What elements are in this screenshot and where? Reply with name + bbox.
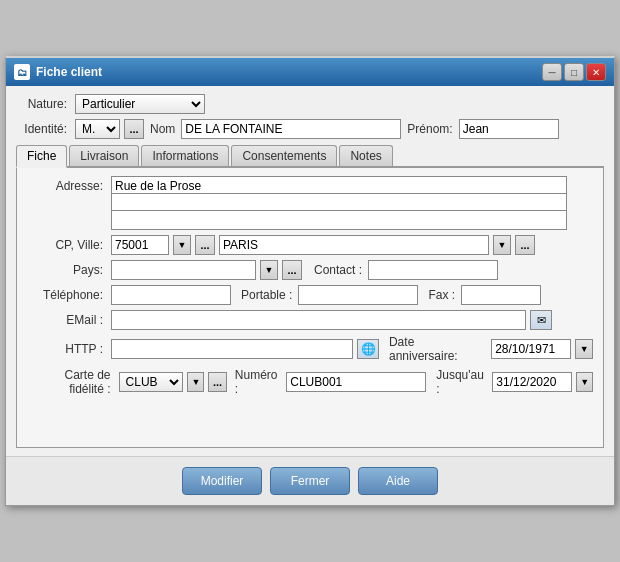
bottom-bar: Modifier Fermer Aide (6, 456, 614, 505)
numero-label: Numéro : (231, 368, 282, 396)
nature-row: Nature: Particulier (16, 94, 604, 114)
globe-icon-button[interactable]: 🌐 (357, 339, 379, 359)
ville-dots-button[interactable]: ... (515, 235, 535, 255)
ville-input[interactable] (219, 235, 489, 255)
maximize-button[interactable]: □ (564, 63, 584, 81)
date-anniversaire-dropdown-button[interactable]: ▼ (575, 339, 593, 359)
carte-fidelite-row: Carte de fidélité : CLUB ▼ ... Numéro : … (27, 368, 593, 396)
prenom-input[interactable] (459, 119, 559, 139)
numero-input[interactable] (286, 372, 426, 392)
date-anniversaire-input[interactable] (491, 339, 571, 359)
portable-label: Portable : (235, 288, 294, 302)
tab-notes[interactable]: Notes (339, 145, 392, 166)
window-icon: 🗂 (14, 64, 30, 80)
carte-fidelite-dropdown-button[interactable]: ▼ (187, 372, 204, 392)
cp-input[interactable] (111, 235, 169, 255)
identity-row: Identité: M. ... Nom Prénom: (16, 119, 604, 139)
main-window: 🗂 Fiche client ─ □ ✕ Nature: Particulier… (5, 56, 615, 506)
tab-consentements[interactable]: Consentements (231, 145, 337, 166)
tab-livraison[interactable]: Livraison (69, 145, 139, 166)
jusquau-label: Jusqu'au : (430, 368, 488, 396)
fax-label: Fax : (422, 288, 457, 302)
pays-label: Pays: (27, 263, 107, 277)
telephone-row: Téléphone: Portable : Fax : (27, 285, 593, 305)
nom-label: Nom (148, 122, 177, 136)
telephone-label: Téléphone: (27, 288, 107, 302)
title-bar-left: 🗂 Fiche client (14, 64, 102, 80)
tab-fiche[interactable]: Fiche (16, 145, 67, 168)
portable-input[interactable] (298, 285, 418, 305)
email-icon-button[interactable]: ✉ (530, 310, 552, 330)
civility-select[interactable]: M. (75, 119, 120, 139)
minimize-button[interactable]: ─ (542, 63, 562, 81)
adresse-row2 (27, 201, 593, 205)
email-label: EMail : (27, 313, 107, 327)
tab-informations[interactable]: Informations (141, 145, 229, 166)
http-label: HTTP : (27, 342, 107, 356)
nature-select[interactable]: Particulier (75, 94, 205, 114)
fax-input[interactable] (461, 285, 541, 305)
identity-label: Identité: (16, 122, 71, 136)
tabs-bar: Fiche Livraison Informations Consentemen… (16, 145, 604, 168)
cp-dots-button[interactable]: ... (195, 235, 215, 255)
pays-dots-button[interactable]: ... (282, 260, 302, 280)
cp-label: CP, Ville: (27, 238, 107, 252)
civility-dots-button[interactable]: ... (124, 119, 144, 139)
adresse-row3 (27, 210, 593, 230)
nature-label: Nature: (16, 97, 71, 111)
contact-input[interactable] (368, 260, 498, 280)
fermer-button[interactable]: Fermer (270, 467, 350, 495)
aide-button[interactable]: Aide (358, 467, 438, 495)
modifier-button[interactable]: Modifier (182, 467, 262, 495)
jusquau-dropdown-button[interactable]: ▼ (576, 372, 593, 392)
pays-dropdown-button[interactable]: ▼ (260, 260, 278, 280)
title-controls: ─ □ ✕ (542, 63, 606, 81)
date-anniversaire-label: Date anniversaire: (383, 335, 487, 363)
nom-input[interactable] (181, 119, 401, 139)
prenom-label: Prénom: (405, 122, 454, 136)
cp-ville-row: CP, Ville: ▼ ... ▼ ... (27, 235, 593, 255)
adresse-label: Adresse: (27, 179, 107, 193)
email-input[interactable] (111, 310, 526, 330)
pays-contact-row: Pays: ▼ ... Contact : (27, 260, 593, 280)
main-content: Nature: Particulier Identité: M. ... Nom… (6, 86, 614, 456)
tab-content-fiche: Adresse: CP, Ville: ▼ ... ▼ ... (16, 168, 604, 448)
pays-input[interactable] (111, 260, 256, 280)
window-title: Fiche client (36, 65, 102, 79)
cp-dropdown-button[interactable]: ▼ (173, 235, 191, 255)
carte-fidelite-dots-button[interactable]: ... (208, 372, 227, 392)
title-bar: 🗂 Fiche client ─ □ ✕ (6, 58, 614, 86)
adresse-input3[interactable] (111, 210, 567, 230)
close-button[interactable]: ✕ (586, 63, 606, 81)
carte-fidelite-label: Carte de fidélité : (27, 368, 115, 396)
ville-dropdown-button[interactable]: ▼ (493, 235, 511, 255)
http-input[interactable] (111, 339, 353, 359)
contact-label: Contact : (306, 263, 364, 277)
http-row: HTTP : 🌐 Date anniversaire: ▼ (27, 335, 593, 363)
jusquau-input[interactable] (492, 372, 572, 392)
email-row: EMail : ✉ (27, 310, 593, 330)
carte-fidelite-select[interactable]: CLUB (119, 372, 184, 392)
telephone-input[interactable] (111, 285, 231, 305)
